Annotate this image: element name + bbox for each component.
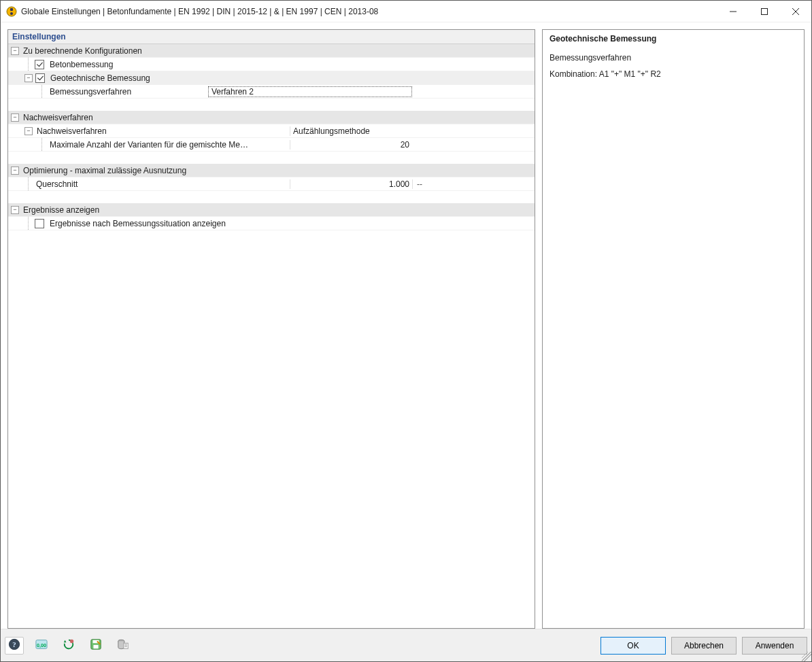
tree-section-nachweis[interactable]: − Nachweisverfahren	[8, 111, 535, 124]
checkbox-betonbemessung[interactable]	[35, 60, 44, 69]
collapse-icon[interactable]: −	[11, 114, 19, 122]
cancel-button[interactable]: Abbrechen	[671, 637, 737, 655]
settings-dialog: Globale Einstellungen | Betonfundamente …	[0, 0, 812, 662]
collapse-icon[interactable]: −	[24, 74, 33, 82]
decimal-places-icon: 0,00	[35, 638, 48, 652]
settings-tree-panel: Einstellungen − Zu berechnende Konfigura…	[7, 29, 535, 629]
close-button[interactable]	[780, 1, 811, 22]
settings-tree[interactable]: − Zu berechnende Konfigurationen Betonbe…	[8, 44, 535, 628]
collapse-icon[interactable]: −	[24, 127, 33, 135]
bottom-bar: ? 0,00 OK Abbrechen Anwenden	[1, 629, 811, 661]
restore-defaults-icon	[63, 638, 75, 652]
section-label: Ergebnisse anzeigen	[22, 205, 290, 215]
restore-defaults-button[interactable]	[59, 637, 78, 655]
collapse-icon[interactable]: −	[11, 206, 19, 214]
tree-section-configs[interactable]: − Zu berechnende Konfigurationen	[8, 44, 535, 58]
svg-text:?: ?	[12, 640, 16, 648]
tree-section-optimierung[interactable]: − Optimierung - maximal zulässige Ausnut…	[8, 164, 535, 177]
ok-button[interactable]: OK	[600, 637, 666, 655]
settings-panel-header: Einstellungen	[8, 30, 535, 44]
svg-marker-11	[64, 640, 67, 643]
collapse-icon[interactable]: −	[11, 47, 19, 55]
tree-item-geotech[interactable]: − Geotechnische Bemessung	[8, 71, 535, 85]
tree-item-show-by-situation[interactable]: Ergebnisse nach Bemessungssituation anze…	[8, 217, 535, 230]
item-label: Betonbemessung	[48, 60, 290, 69]
svg-point-12	[70, 640, 73, 643]
svg-text:0,00: 0,00	[37, 642, 46, 648]
save-settings-button[interactable]	[86, 637, 105, 655]
window-controls	[717, 1, 811, 22]
svg-rect-1	[10, 8, 13, 11]
tree-section-ergebnisse[interactable]: − Ergebnisse anzeigen	[8, 203, 535, 217]
item-label: Ergebnisse nach Bemessungssituation anze…	[48, 219, 290, 228]
tree-item-max-variants[interactable]: Maximale Anzahl der Varianten für die ge…	[8, 138, 535, 152]
data-button[interactable]	[114, 637, 133, 655]
item-label: Geotechnische Bemessung	[49, 73, 290, 83]
detail-subtitle: Bemessungsverfahren	[549, 53, 797, 63]
svg-rect-15	[93, 645, 98, 648]
tree-item-nachweisverfahren[interactable]: − Nachweisverfahren Aufzählungsmethode	[8, 124, 535, 138]
decimal-places-button[interactable]: 0,00	[32, 637, 51, 655]
item-label: Nachweisverfahren	[35, 126, 290, 136]
value-cell-querschnitt[interactable]: 1.000	[290, 179, 412, 189]
content-area: Einstellungen − Zu berechnende Konfigura…	[1, 22, 811, 629]
titlebar: Globale Einstellungen | Betonfundamente …	[1, 1, 811, 22]
item-label: Bemessungsverfahren	[48, 87, 208, 97]
checkbox-show-by-situation[interactable]	[35, 219, 44, 228]
help-button[interactable]: ?	[5, 637, 24, 655]
detail-combination: Kombination: A1 "+" M1 "+" R2	[549, 69, 797, 79]
svg-point-2	[10, 12, 13, 15]
save-settings-icon	[90, 638, 102, 652]
collapse-icon[interactable]: −	[11, 167, 19, 175]
tree-item-betonbemessung[interactable]: Betonbemessung	[8, 58, 535, 71]
unit-cell-querschnitt: --	[412, 179, 535, 189]
maximize-button[interactable]	[749, 1, 780, 22]
tree-item-bemessungsverfahren[interactable]: Bemessungsverfahren Verfahren 2	[8, 85, 535, 99]
database-icon	[117, 638, 129, 652]
help-icon: ?	[8, 638, 20, 652]
detail-panel: Geotechnische Bemessung Bemessungsverfah…	[542, 29, 805, 629]
window-title: Globale Einstellungen | Betonfundamente …	[21, 7, 717, 16]
item-label: Querschnitt	[35, 179, 290, 189]
app-icon	[6, 6, 17, 17]
value-cell-bemessungsverfahren[interactable]: Verfahren 2	[208, 86, 412, 97]
section-label: Nachweisverfahren	[22, 113, 290, 122]
value-cell-max-variants[interactable]: 20	[290, 140, 412, 150]
svg-rect-4	[762, 8, 768, 14]
section-label: Optimierung - maximal zulässige Ausnutzu…	[22, 166, 290, 175]
minimize-button[interactable]	[717, 1, 749, 22]
item-label: Maximale Anzahl der Varianten für die ge…	[48, 140, 290, 150]
checkbox-geotech[interactable]	[35, 73, 45, 83]
value-cell-nachweisverfahren[interactable]: Aufzählungsmethode	[290, 126, 412, 136]
detail-title: Geotechnische Bemessung	[549, 34, 797, 43]
apply-button[interactable]: Anwenden	[742, 637, 807, 655]
section-label: Zu berechnende Konfigurationen	[22, 46, 290, 56]
tree-item-querschnitt[interactable]: Querschnitt 1.000 --	[8, 177, 535, 191]
